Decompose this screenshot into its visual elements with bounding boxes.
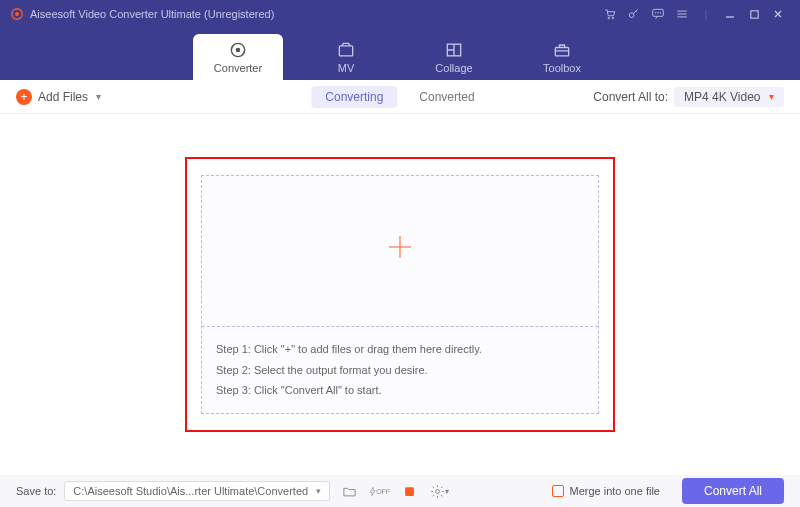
save-path-select[interactable]: C:\Aiseesoft Studio\Ais...rter Ultimate\… (64, 481, 330, 501)
instructions: Step 1: Click "+" to add files or drag t… (202, 326, 598, 414)
minimize-button[interactable] (718, 2, 742, 26)
open-folder-button[interactable] (338, 481, 360, 501)
chevron-down-icon: ▾ (96, 91, 101, 102)
tab-toolbox[interactable]: Toolbox (517, 34, 607, 80)
tab-label: Collage (435, 62, 472, 74)
status-segment: Converting Converted (311, 86, 488, 108)
tab-converter[interactable]: Converter (193, 34, 283, 80)
svg-point-4 (629, 13, 634, 18)
svg-point-8 (660, 13, 661, 14)
main-area: Step 1: Click "+" to add files or drag t… (0, 114, 800, 475)
tab-mv[interactable]: MV (301, 34, 391, 80)
format-value: MP4 4K Video (684, 90, 761, 104)
segment-converted[interactable]: Converted (405, 86, 488, 108)
cart-icon[interactable] (598, 2, 622, 26)
chevron-down-icon: ▾ (316, 486, 321, 496)
tab-label: Converter (214, 62, 262, 74)
checkbox-icon (552, 485, 564, 497)
tab-label: Toolbox (543, 62, 581, 74)
convert-all-button[interactable]: Convert All (682, 478, 784, 504)
close-button[interactable] (766, 2, 790, 26)
convert-all-to-label: Convert All to: (593, 90, 668, 104)
merge-label: Merge into one file (569, 485, 660, 497)
feedback-icon[interactable] (646, 2, 670, 26)
add-files-label: Add Files (38, 90, 88, 104)
divider: | (694, 2, 718, 26)
add-files-button[interactable]: + Add Files ▾ (16, 89, 101, 105)
add-plus-icon (385, 232, 415, 269)
svg-point-3 (612, 17, 614, 19)
converter-icon (228, 40, 248, 60)
maximize-button[interactable] (742, 2, 766, 26)
step-2: Step 2: Select the output format you des… (216, 360, 584, 381)
menu-icon[interactable] (670, 2, 694, 26)
svg-rect-15 (405, 487, 414, 496)
svg-rect-14 (555, 48, 568, 56)
svg-point-1 (15, 12, 19, 16)
toolbox-icon (552, 40, 572, 60)
drop-container: Step 1: Click "+" to add files or drag t… (201, 175, 599, 415)
app-logo-icon (10, 7, 24, 21)
step-1: Step 1: Click "+" to add files or drag t… (216, 339, 584, 360)
highlight-frame: Step 1: Click "+" to add files or drag t… (185, 157, 615, 433)
svg-rect-12 (339, 46, 352, 56)
svg-point-6 (655, 13, 656, 14)
title-bar: Aiseesoft Video Converter Ultimate (Unre… (0, 0, 800, 28)
svg-point-16 (435, 489, 439, 493)
merge-checkbox[interactable]: Merge into one file (552, 485, 660, 497)
hardware-accel-button[interactable]: OFF (368, 481, 390, 501)
chevron-down-icon: ▾ (769, 91, 774, 102)
svg-rect-9 (750, 10, 757, 17)
app-title: Aiseesoft Video Converter Ultimate (Unre… (30, 8, 274, 20)
output-format-select[interactable]: MP4 4K Video ▾ (674, 87, 784, 107)
key-icon[interactable] (622, 2, 646, 26)
tab-label: MV (338, 62, 355, 74)
settings-button[interactable]: ▾ (428, 481, 450, 501)
plus-icon: + (16, 89, 32, 105)
toolbar: + Add Files ▾ Converting Converted Conve… (0, 80, 800, 114)
drop-zone[interactable] (202, 176, 598, 326)
segment-converting[interactable]: Converting (311, 86, 397, 108)
gpu-button[interactable] (398, 481, 420, 501)
svg-point-7 (658, 13, 659, 14)
save-to-label: Save to: (16, 485, 56, 497)
bottom-bar: Save to: C:\Aiseesoft Studio\Ais...rter … (0, 475, 800, 507)
tab-collage[interactable]: Collage (409, 34, 499, 80)
main-tabs: Converter MV Collage Toolbox (0, 28, 800, 80)
mv-icon (336, 40, 356, 60)
svg-point-11 (236, 48, 239, 51)
collage-icon (444, 40, 464, 60)
save-path-value: C:\Aiseesoft Studio\Ais...rter Ultimate\… (73, 485, 308, 497)
step-3: Step 3: Click "Convert All" to start. (216, 380, 584, 401)
svg-point-2 (608, 17, 610, 19)
